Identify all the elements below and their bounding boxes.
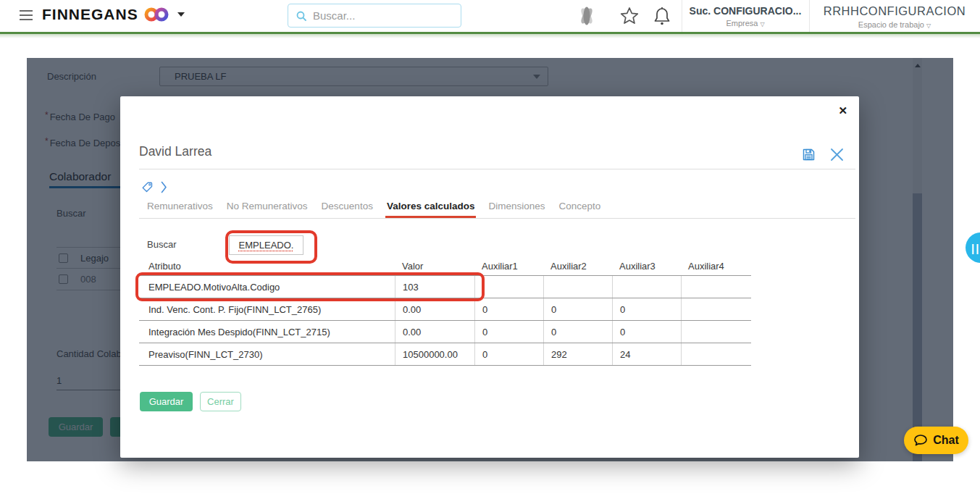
apps-burst-icon[interactable] [575,4,598,28]
column-header: Atributo [139,257,395,275]
modal-cerrar-button[interactable]: Cerrar [200,392,241,411]
valor-cell[interactable]: 0.00 [395,321,474,343]
auxiliar2-cell[interactable]: 292 [543,343,612,365]
atributo-cell: EMPLEADO.MotivoAlta.Codigo [139,276,395,298]
tab-descuentos[interactable]: Descuentos [322,201,373,218]
attribute-search-input[interactable]: EMPLEADO. [229,235,303,255]
auxiliar4-cell[interactable] [681,276,751,298]
chat-label: Chat [933,434,959,447]
modal-guardar-button[interactable]: Guardar [140,392,193,411]
atributo-cell: Integración Mes Despido(FINN_LCT_2715) [139,321,395,343]
company-name: Suc. CONFIGURACIO... [682,5,809,17]
auxiliar3-cell[interactable]: 0 [612,321,681,343]
tab-valores-calculados[interactable]: Valores calculados [387,201,475,218]
company-type-label: Empresa ▽ [682,19,809,28]
tabs-divider [139,218,855,219]
workspace-name: RRHHCONFIGURACION [809,4,980,18]
valor-cell[interactable]: 103 [395,276,474,298]
hamburger-menu-icon[interactable] [20,10,33,20]
modal-title: David Larrea [139,144,212,159]
chat-button[interactable]: Chat [904,427,968,454]
tab-remunerativos[interactable]: Remunerativos [147,201,213,218]
app-root: { "header": { "logo_text": "FINNEGANS", … [0,0,980,499]
logo-dropdown-caret-icon[interactable] [177,12,185,17]
table-row[interactable]: EMPLEADO.MotivoAlta.Codigo 103 [139,276,751,298]
valor-cell[interactable]: 10500000.00 [395,343,474,365]
app-logo[interactable]: FINNEGANS [42,6,185,23]
company-selector[interactable]: Suc. CONFIGURACIO... Empresa ▽ [682,0,809,32]
side-panel-handle-button[interactable]: || [966,232,980,263]
auxiliar1-cell[interactable]: 0 [474,343,543,365]
header-green-fade [0,34,980,38]
valor-cell[interactable]: 0.00 [395,298,474,320]
valores-calculados-modal: ✕ David Larrea Remunerativos No Remunera… [120,96,859,458]
tag-toolbar [141,181,167,193]
auxiliar4-cell[interactable] [681,343,751,365]
tab-concepto[interactable]: Concepto [559,201,601,218]
pause-bars-icon: || [971,242,980,254]
chevron-down-icon: ▽ [926,22,931,29]
atributo-cell: Preaviso(FINN_LCT_2730) [139,343,395,365]
chevron-right-icon[interactable] [161,181,167,193]
auxiliar1-cell[interactable] [474,276,543,298]
logo-text: FINNEGANS [42,6,138,23]
column-header: Auxiliar2 [543,257,612,275]
global-search[interactable] [288,4,461,28]
top-bar: FINNEGANS [0,0,980,32]
auxiliar3-cell[interactable]: 24 [612,343,681,365]
favorites-star-icon[interactable] [619,6,640,26]
save-icon[interactable] [802,148,816,162]
workspace-type-label: Espacio de trabajo ▽ [809,20,980,29]
atributo-cell: Ind. Venc. Cont. P. Fijo(FINN_LCT_2765) [139,298,395,320]
auxiliar2-cell[interactable]: 0 [543,298,612,320]
table-row[interactable]: Preaviso(FINN_LCT_2730) 10500000.00 0 29… [139,343,751,366]
title-divider [139,169,855,169]
tab-no-remunerativos[interactable]: No Remunerativos [227,201,308,218]
column-header: Auxiliar3 [612,257,681,275]
tab-dimensiones[interactable]: Dimensiones [488,201,545,218]
search-input[interactable] [313,9,443,22]
table-row[interactable]: Ind. Venc. Cont. P. Fijo(FINN_LCT_2765) … [139,298,751,321]
modal-buscar-label: Buscar [147,239,176,250]
auxiliar1-cell[interactable]: 0 [474,298,543,320]
notifications-bell-icon[interactable] [653,6,671,26]
auxiliar4-cell[interactable] [681,298,751,320]
workspace-selector[interactable]: RRHHCONFIGURACION Espacio de trabajo ▽ [809,0,980,32]
table-row[interactable]: Integración Mes Despido(FINN_LCT_2715) 0… [139,321,751,343]
modal-close-icon[interactable]: ✕ [838,104,847,117]
auxiliar3-cell[interactable] [612,276,681,298]
attribute-search-value: EMPLEADO. [239,240,294,251]
auxiliar1-cell[interactable]: 0 [474,321,543,343]
column-header: Valor [395,257,474,275]
chevron-down-icon: ▽ [760,21,764,28]
search-icon [296,10,307,22]
tag-icon[interactable] [141,181,154,193]
column-header: Auxiliar1 [474,257,543,275]
chat-bubble-icon [913,433,928,448]
attributes-table: Atributo Valor Auxiliar1 Auxiliar2 Auxil… [139,257,751,366]
auxiliar4-cell[interactable] [681,321,751,343]
auxiliar2-cell[interactable]: 0 [543,321,612,343]
column-header: Auxiliar4 [681,257,751,275]
auxiliar2-cell[interactable] [543,276,612,298]
attributes-table-header: Atributo Valor Auxiliar1 Auxiliar2 Auxil… [139,257,751,276]
modal-tabs: Remunerativos No Remunerativos Descuento… [147,201,600,218]
auxiliar3-cell[interactable]: 0 [612,298,681,320]
logo-infinity-icon [144,6,170,23]
close-x-icon[interactable] [829,147,845,162]
